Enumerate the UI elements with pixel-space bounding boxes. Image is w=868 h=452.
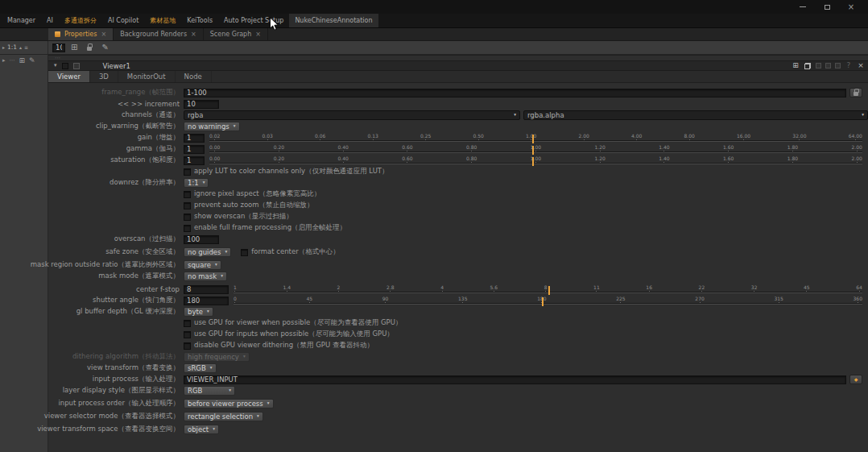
collapse-chevron-icon[interactable]: ▾ — [54, 63, 57, 68]
tab-scene-graph[interactable]: Scene Graph × — [204, 28, 268, 40]
zoom-ratio-label[interactable]: 1:1 — [7, 44, 17, 51]
input-process-node-button[interactable]: ◆ — [849, 375, 862, 384]
chevron-right-icon[interactable]: ▸ — [2, 58, 6, 64]
tab-label: Properties — [64, 31, 97, 38]
gamma-slider-marker[interactable] — [532, 146, 534, 155]
center-fstop-input[interactable] — [184, 285, 229, 294]
tab-background-renders[interactable]: Background Renders × — [114, 28, 204, 40]
chevron-down-icon: ▾ — [257, 414, 259, 419]
menu-keitools[interactable]: KeiTools — [181, 14, 218, 27]
close-button[interactable]: × — [845, 2, 857, 12]
saturation-input[interactable] — [184, 156, 205, 165]
increment-input[interactable] — [184, 100, 219, 109]
close-panel-button[interactable]: × — [857, 62, 865, 69]
tab-label: Scene Graph — [210, 31, 251, 38]
lock-panels-button[interactable] — [83, 43, 96, 52]
center-fstop-slider-marker[interactable] — [548, 286, 550, 295]
drag-dots-icon[interactable]: ⋯ — [10, 58, 15, 64]
gpu-inputs-checkbox[interactable] — [184, 331, 191, 338]
saturation-slider-marker[interactable] — [532, 157, 534, 166]
format-center-checkbox[interactable] — [241, 249, 248, 256]
tab-viewer[interactable]: Viewer — [48, 71, 90, 82]
gamma-input[interactable] — [184, 145, 205, 154]
apply-lut-checkbox[interactable] — [184, 168, 191, 176]
menu-manager[interactable]: Manager — [2, 14, 41, 27]
gl-buffer-depth-label: gl buffer depth（GL 缓冲深度） — [48, 307, 184, 317]
overscan-input[interactable] — [184, 235, 219, 244]
pencil-icon[interactable]: ✎ — [101, 44, 108, 52]
minimize-icon — [800, 6, 806, 7]
shutter-angle-slider-marker[interactable] — [542, 297, 544, 306]
pencil-icon[interactable]: ✎ — [29, 57, 35, 64]
properties-toolbar: ▸ 1:1 ▴ ≡ ⊞ ✎ — [0, 41, 868, 55]
help-button[interactable]: ? — [845, 62, 853, 69]
mask-mode-dropdown[interactable]: no mask ▾ — [184, 272, 227, 281]
row-saturation: saturation（饱和度） 0.000.200.400.600.801.00… — [48, 155, 868, 166]
input-process-input[interactable] — [184, 375, 846, 384]
menu-multichannel-split[interactable]: 多通道拆分 — [59, 14, 102, 27]
store-preset-button[interactable] — [816, 63, 821, 68]
node-enable-checkbox[interactable] — [62, 63, 68, 69]
view-transform-dropdown[interactable]: sRGB ▾ — [184, 363, 217, 373]
gpu-dithering-checkbox[interactable] — [184, 342, 191, 350]
shutter-angle-slider[interactable]: 04590135180225270315360 — [234, 296, 862, 306]
close-tab-icon[interactable]: × — [101, 31, 106, 38]
full-frame-processing-checkbox[interactable] — [184, 225, 191, 232]
safe-zone-dropdown[interactable]: no guides ▾ — [184, 247, 231, 257]
tab-monitorout[interactable]: MonitorOut — [118, 71, 176, 82]
close-tab-icon[interactable]: × — [255, 31, 261, 38]
tab-properties[interactable]: Properties × — [48, 28, 114, 40]
channels-dropdown[interactable]: rgba ▾ — [184, 110, 520, 120]
mask-region-outside-ratio-dropdown[interactable]: square ▾ — [184, 260, 221, 270]
chevron-right-icon[interactable]: ▸ — [2, 45, 5, 50]
lock-range-button[interactable] — [849, 88, 862, 97]
grid-icon[interactable]: ⊞ — [71, 44, 77, 52]
gain-slider-marker[interactable] — [532, 135, 534, 143]
nuke-window: × Manager AI 多通道拆分 AI Copilot 素材基地 KeiTo… — [0, 0, 868, 452]
center-fstop-slider[interactable]: 11.422.845.68111622324564 — [234, 284, 862, 295]
gain-slider[interactable]: 0.020.030.060.130.250.501.002.004.008.00… — [209, 133, 862, 143]
menu-nuke-chinese-annotation[interactable]: NukeChineseAnnotation — [289, 14, 378, 27]
close-tab-icon[interactable]: × — [191, 31, 196, 38]
center-node-button[interactable]: ⊞ — [792, 62, 800, 69]
menu-ai-copilot[interactable]: AI Copilot — [102, 14, 144, 27]
gamma-slider[interactable]: 0.000.200.400.600.801.001.201.401.601.80… — [209, 144, 862, 155]
gl-buffer-depth-dropdown[interactable]: byte ▾ — [184, 307, 213, 317]
gain-input[interactable] — [184, 134, 205, 143]
input-process-order-dropdown[interactable]: before viewer process ▾ — [184, 399, 274, 408]
tab-3d[interactable]: 3D — [90, 71, 118, 82]
menu-ai[interactable]: AI — [41, 14, 59, 27]
maximize-button[interactable] — [821, 2, 833, 12]
saturation-slider[interactable]: 0.000.200.400.600.801.001.201.401.601.80… — [209, 156, 862, 166]
max-panels-input[interactable] — [52, 44, 65, 52]
row-overscan: overscan（过扫描） — [48, 234, 868, 245]
clip-warning-dropdown[interactable]: no warnings ▾ — [184, 122, 240, 131]
node-color-swatch[interactable] — [73, 63, 80, 69]
load-preset-button[interactable] — [825, 63, 831, 68]
grid-icon[interactable]: ⊞ — [19, 57, 26, 64]
maximize-icon — [825, 5, 830, 10]
channel-layer-dropdown[interactable]: rgba.alpha ▾ — [523, 110, 868, 120]
ignore-pixel-aspect-checkbox[interactable] — [184, 191, 191, 198]
menu-auto-project-setup[interactable]: Auto Project Setup — [218, 14, 289, 27]
menu-icon[interactable]: ≡ — [24, 45, 28, 50]
show-overscan-label: show overscan（显示过扫描） — [194, 212, 293, 222]
viewer-selector-mode-dropdown[interactable]: rectangle selection ▾ — [184, 412, 263, 421]
layer-display-style-dropdown[interactable]: RGB ▾ — [184, 386, 235, 396]
show-overscan-checkbox[interactable] — [184, 214, 191, 221]
chevron-down-icon: ▾ — [514, 113, 516, 118]
chevron-up-icon[interactable]: ▴ — [19, 45, 22, 50]
shutter-angle-input[interactable] — [184, 296, 229, 305]
frame-range-input[interactable] — [184, 89, 846, 97]
float-panel-button[interactable] — [804, 63, 812, 69]
menu-asset-base[interactable]: 素材基地 — [144, 14, 181, 27]
minimize-button[interactable] — [797, 2, 808, 12]
viewer-transform-space-dropdown[interactable]: object ▾ — [184, 425, 219, 434]
sync-button[interactable] — [835, 63, 841, 68]
tab-node[interactable]: Node — [176, 71, 212, 82]
node-name[interactable]: Viewer1 — [103, 62, 130, 70]
mask-mode-label: mask mode（遮罩模式） — [48, 272, 184, 281]
downrez-dropdown[interactable]: 1:1 ▾ — [184, 178, 209, 188]
prevent-auto-zoom-checkbox[interactable] — [184, 202, 191, 209]
gpu-viewer-checkbox[interactable] — [184, 320, 191, 327]
